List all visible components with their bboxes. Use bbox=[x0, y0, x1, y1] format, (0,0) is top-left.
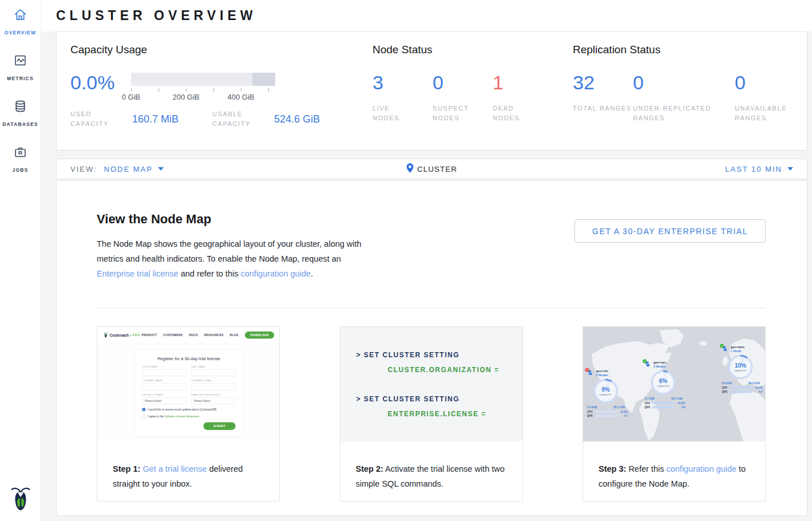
description-text: The Node Map shows the geographical layo… bbox=[97, 239, 362, 263]
nav-docs: DOCS bbox=[189, 333, 197, 337]
capacity-percent: 9% bbox=[601, 386, 609, 393]
capacity-ring: 6% CAPACITY bbox=[651, 370, 676, 394]
email-updates-checkbox: ✓ I would like to receive email updates … bbox=[142, 408, 236, 411]
form-field: LAST NAME bbox=[191, 365, 236, 376]
node-status-section: Node Status 3 LIVE NODES 0 SUSPECT NODES… bbox=[373, 44, 573, 150]
sidebar-item-databases[interactable]: DATABASES bbox=[0, 98, 41, 144]
under-replicated-ranges-label: UNDER-REPLICATED RANGES bbox=[633, 104, 724, 123]
divider bbox=[97, 307, 766, 308]
step3-label: Step 3: bbox=[599, 464, 626, 473]
sql-code-block: > SET CLUSTER SETTING CLUSTER.ORGANIZATI… bbox=[340, 327, 522, 441]
configuration-guide-link-2[interactable]: configuration guide bbox=[666, 464, 736, 473]
enterprise-trial-button[interactable]: GET A 30-DAY ENTERPRISE TRIAL bbox=[575, 219, 766, 243]
live-nodes-label: LIVE NODES bbox=[373, 104, 415, 123]
sidebar-item-label: DATABASES bbox=[2, 121, 38, 127]
capacity-bar-chart: 0 GiB 200 GiB 400 GiB bbox=[131, 71, 275, 102]
step3-caption: Step 3: Refer this configuration guide t… bbox=[583, 449, 765, 491]
locality-name: geo=ams bbox=[731, 345, 744, 349]
used-capacity-label: USED CAPACITY bbox=[70, 109, 132, 129]
capacity-ring: 10% CAPACITY bbox=[728, 354, 753, 379]
node-map-panel: View the Node Map The Node Map shows the… bbox=[56, 180, 807, 516]
code-prompt: > SET CLUSTER SETTING bbox=[357, 351, 522, 359]
location-pin-icon bbox=[406, 163, 413, 175]
qps-sparkline bbox=[595, 415, 617, 417]
nodes-icon: ✓ bbox=[645, 361, 651, 368]
locality-ams: ✓ geo=ams 1 Node 10% bbox=[722, 345, 765, 393]
capacity-total: 34.4 GiB bbox=[748, 381, 759, 385]
logo-word: Cockroach bbox=[110, 333, 129, 337]
code-group: > SET CLUSTER SETTING ENTERPRISE.LICENSE… bbox=[357, 395, 522, 418]
unavailable-ranges-label: UNAVAILABLE RANGES bbox=[735, 104, 798, 123]
capacity-label: CAPACITY bbox=[600, 393, 612, 396]
capacity-label: CAPACITY bbox=[657, 385, 670, 387]
checkbox-checked-icon: ✓ bbox=[142, 408, 146, 411]
usable-capacity-value: 524.6 GiB bbox=[274, 113, 320, 125]
under-replicated-ranges-stat: 0 UNDER-REPLICATED RANGES bbox=[633, 71, 735, 123]
status-up-icon: ✓ bbox=[643, 359, 647, 363]
capacity-total: 43.7 GiB bbox=[671, 397, 682, 400]
form-field: COMPANY EMAIL bbox=[191, 379, 236, 390]
node-map-description: The Node Map shows the geographical layo… bbox=[97, 236, 370, 281]
under-replicated-ranges-value: 0 bbox=[633, 71, 735, 94]
logo-suffix: LABS bbox=[130, 333, 140, 337]
get-trial-license-link[interactable]: Get a trial license bbox=[142, 464, 207, 473]
checkbox-empty-icon bbox=[142, 415, 146, 418]
sidebar-item-jobs[interactable]: JOBS bbox=[0, 144, 41, 190]
sidebar-item-label: METRICS bbox=[7, 76, 34, 81]
dead-nodes-value: 1 bbox=[493, 71, 553, 94]
download-button: DOWNLOAD bbox=[245, 331, 274, 338]
locality-node-count: 1 Node bbox=[731, 349, 744, 352]
sidebar: OVERVIEW METRICS DATABASES JOBS bbox=[0, 0, 41, 521]
description-text: . bbox=[311, 269, 313, 278]
status-up-icon: ✓ bbox=[720, 344, 724, 348]
capacity-bar-segment-low bbox=[131, 73, 252, 86]
total-ranges-value: 32 bbox=[573, 71, 633, 94]
enterprise-trial-license-link[interactable]: Enterprise trial license bbox=[97, 269, 179, 278]
locality-node-count: 2 Nodes bbox=[596, 373, 608, 376]
capacity-stats: USED CAPACITY 160.7 MiB USABLE CAPACITY … bbox=[70, 109, 373, 129]
replication-status-title: Replication Status bbox=[573, 44, 807, 56]
time-range-selector[interactable]: LAST 10 MIN bbox=[725, 165, 793, 173]
configuration-guide-link[interactable]: configuration guide bbox=[240, 269, 311, 278]
suspect-nodes-value: 0 bbox=[433, 71, 493, 94]
step3-card: ! geo=sfo 2 Nodes 9% bbox=[583, 326, 766, 502]
capacity-total: 35.1 GiB bbox=[613, 405, 625, 409]
trial-register-form: Register for a 30-day trial license FIRS… bbox=[134, 350, 243, 437]
capacity-usage-section: Capacity Usage 0.0% bbox=[70, 44, 373, 150]
live-nodes-value: 3 bbox=[373, 71, 433, 94]
cpu-sparkline bbox=[730, 386, 752, 389]
sidebar-item-metrics[interactable]: METRICS bbox=[0, 53, 41, 98]
unavailable-ranges-stat: 0 UNAVAILABLE RANGES bbox=[735, 71, 798, 123]
cockroachdb-logo-icon bbox=[10, 484, 31, 514]
total-ranges-stat: 32 TOTAL RANGES bbox=[573, 71, 633, 123]
main-area: CLUSTER OVERVIEW Capacity Usage 0.0% bbox=[41, 0, 812, 516]
sidebar-item-overview[interactable]: OVERVIEW bbox=[0, 7, 41, 53]
nodes-icon: ✓ bbox=[722, 346, 728, 352]
breadcrumb-cluster: CLUSTER bbox=[406, 163, 457, 175]
capacity-bar-segment-high bbox=[252, 73, 275, 86]
sidebar-item-label: JOBS bbox=[13, 167, 29, 173]
view-selector[interactable]: NODE MAP bbox=[104, 165, 164, 173]
screenshot-site-header: Cockroach LABS PRODUCT CUSTOMERS DOCS RE… bbox=[97, 327, 279, 343]
step2-caption: Step 2: Activate the trial license with … bbox=[340, 449, 522, 491]
home-icon bbox=[13, 7, 28, 25]
jobs-icon bbox=[13, 144, 28, 162]
code-prompt: > SET CLUSTER SETTING bbox=[357, 395, 522, 403]
node-map-heading: View the Node Map bbox=[97, 212, 370, 227]
step2-label: Step 2: bbox=[356, 464, 383, 473]
capacity-used: 3.2 GiB bbox=[587, 405, 597, 409]
unavailable-ranges-value: 0 bbox=[735, 71, 798, 94]
databases-icon bbox=[13, 98, 28, 116]
cpu-sparkline bbox=[653, 402, 675, 404]
view-selector-value: NODE MAP bbox=[104, 165, 153, 173]
content-area: Capacity Usage 0.0% bbox=[41, 31, 812, 516]
total-ranges-label: TOTAL RANGES bbox=[573, 104, 633, 113]
replication-status-section: Replication Status 32 TOTAL RANGES 0 UND… bbox=[573, 44, 807, 150]
code-group: > SET CLUSTER SETTING CLUSTER.ORGANIZATI… bbox=[357, 351, 522, 374]
locality-node-count: 2 Nodes bbox=[653, 364, 666, 368]
node-map-preview-image: ! geo=sfo 2 Nodes 9% bbox=[583, 327, 765, 441]
capacity-bar bbox=[131, 73, 275, 86]
view-bar: VIEW: NODE MAP CLUSTER LAST 10 MIN bbox=[56, 159, 807, 179]
locality-sfo: ! geo=sfo 2 Nodes 9% bbox=[587, 369, 630, 417]
step1-card: Cockroach LABS PRODUCT CUSTOMERS DOCS RE… bbox=[97, 326, 280, 502]
